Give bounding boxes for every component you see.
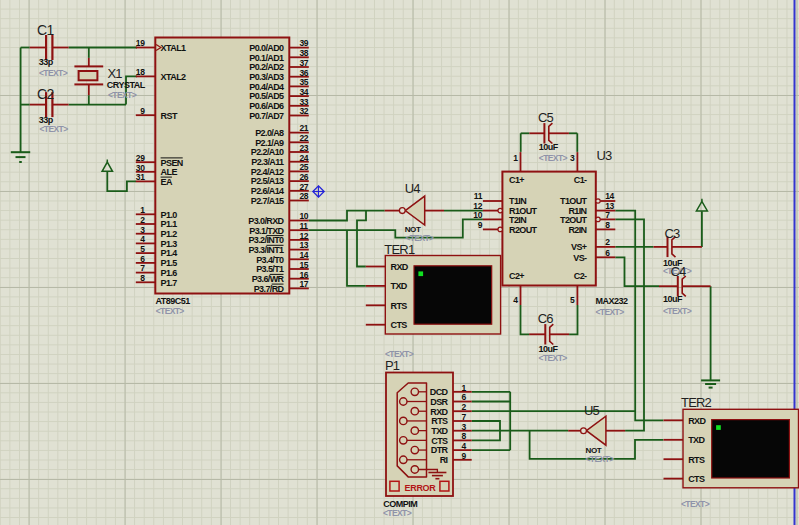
ground-symbol[interactable]: [701, 380, 720, 387]
max232-pin-number-9: 9: [478, 220, 483, 230]
mcu-pin-number-28: 28: [300, 191, 309, 201]
mcu-pin-label-XTAL2: XTAL2: [161, 72, 186, 82]
capacitor-c1[interactable]: C133p<TEXT>: [37, 22, 68, 78]
max232-pin-label-T1IN: T1IN: [509, 196, 526, 206]
max232-pin-number-7: 7: [605, 210, 610, 220]
compim-pin-label-RXD: RXD: [430, 407, 448, 417]
mcu-pin-label-P0.5/AD5: P0.5/AD5: [249, 91, 284, 101]
max232-pin-label-T2OUT: T2OUT: [560, 215, 588, 225]
power-symbol[interactable]: [102, 160, 112, 172]
max232-pin-number-4: 4: [513, 295, 518, 305]
capacitor-text-placeholder: <TEXT>: [40, 124, 69, 134]
not-gate-triangle[interactable]: [405, 196, 425, 225]
terminal-pin-label-TXD: TXD: [688, 435, 705, 445]
wire-11[interactable]: [309, 219, 483, 237]
mcu-pin-number-31: 31: [136, 172, 145, 182]
terminal-pin-label-RXD: RXD: [688, 416, 706, 426]
inverter-u5[interactable]: U5NOT<TEXT>: [581, 403, 615, 464]
schematic-drawing: 19XTAL118XTAL29RST29PSEN30ALE31EA1P1.02P…: [0, 0, 799, 525]
mcu-pin-number-25: 25: [300, 162, 309, 172]
not-gate-triangle[interactable]: [586, 416, 606, 445]
compim-p1[interactable]: 1DCD6DSR2RXD7RTS3TXD8CTS4DTR9RIERRORP1CO…: [383, 358, 472, 518]
max232-pin-number-2: 2: [605, 237, 610, 247]
capacitor-value: 10uF: [539, 142, 559, 152]
capacitor-ref: C3: [665, 226, 681, 241]
compim-pin-number-2: 2: [462, 402, 467, 412]
capacitor-c6[interactable]: C610uF<TEXT>: [538, 311, 568, 364]
wire-8[interactable]: [107, 171, 136, 191]
terminal-ter2[interactable]: RXDTXDRTSCTSTER2<TEXT>: [664, 395, 799, 509]
inverter-text-placeholder: <TEXT>: [586, 454, 615, 464]
mcu-pin-label-P2.0/A8: P2.0/A8: [255, 128, 284, 138]
mcu-pin-label-P2.7/A15: P2.7/A15: [251, 196, 284, 206]
terminal-screen: [414, 266, 492, 324]
capacitor-c5[interactable]: C510uF<TEXT>: [538, 110, 567, 163]
max232-pin-label-VS-: VS-: [573, 253, 587, 263]
mcu-pin-label-P2.4/A12: P2.4/A12: [251, 167, 284, 177]
mcu-pin-number-33: 33: [300, 97, 309, 107]
inversion-bubble: [498, 208, 502, 212]
ground-symbol[interactable]: [11, 152, 30, 162]
inversion-bubble: [498, 227, 502, 231]
wire-9[interactable]: [309, 211, 385, 221]
schematic-canvas[interactable]: 19XTAL118XTAL29RST29PSEN30ALE31EA1P1.02P…: [0, 0, 799, 525]
mcu-pin-number-11: 11: [300, 221, 309, 231]
mcu-pin-number-3: 3: [140, 225, 145, 235]
compim-text-placeholder: <TEXT>: [383, 508, 412, 518]
capacitor-ref: C2: [37, 86, 55, 102]
mcu-pin-number-18: 18: [136, 67, 145, 77]
mcu-pin-number-24: 24: [300, 153, 309, 163]
capacitor-text-placeholder: <TEXT>: [663, 306, 692, 316]
inverter-ref: U4: [405, 181, 421, 196]
compim-pin-label-DSR: DSR: [430, 397, 448, 407]
mcu-pin-label-P0.0/AD0: P0.0/AD0: [249, 43, 284, 53]
compim-pin-label-TXD: TXD: [431, 426, 448, 436]
mcu-pin-number-16: 16: [300, 270, 309, 280]
mcu-pin-label-P2.6/A14: P2.6/A14: [251, 186, 284, 196]
wire-18[interactable]: [521, 305, 530, 334]
mcu-pin-label-P3.6/WR: P3.6/WR: [252, 274, 285, 284]
mcu-pin-number-9: 9: [140, 106, 145, 116]
wire-10[interactable]: [357, 211, 366, 267]
wire-22[interactable]: [615, 219, 644, 430]
max232-value: MAX232: [596, 296, 629, 306]
mcu-pin-number-36: 36: [300, 68, 309, 78]
mcu-pin-label-P0.2/AD2: P0.2/AD2: [249, 62, 284, 72]
mcu-pin-number-1: 1: [140, 205, 145, 215]
max232-pin-number-10: 10: [473, 210, 482, 220]
capacitor-c2[interactable]: C233p<TEXT>: [37, 86, 68, 134]
origin-cursor-marker: [313, 186, 324, 197]
mcu-pin-label-P1.5: P1.5: [161, 258, 178, 268]
db9-pin-circle: [411, 408, 418, 415]
mcu-text-placeholder: <TEXT>: [156, 306, 185, 316]
mcu-pin-number-13: 13: [300, 240, 309, 250]
crystal-body[interactable]: [79, 71, 98, 80]
mcu-pin-number-4: 4: [140, 234, 145, 244]
mcu-pin-label-P2.1/A9: P2.1/A9: [255, 138, 284, 148]
mcu-pin-number-29: 29: [136, 153, 145, 163]
mcu-pin-label-P1.1: P1.1: [161, 219, 178, 229]
mcu-pin-number-6: 6: [140, 254, 145, 264]
mcu-pin-number-12: 12: [300, 231, 309, 241]
capacitor-ref: C4: [671, 264, 687, 279]
mcu-at89c51[interactable]: 19XTAL118XTAL29RST29PSEN30ALE31EA1P1.02P…: [136, 38, 309, 316]
power-symbol[interactable]: [696, 199, 707, 211]
capacitor-value: 10uF: [539, 344, 559, 354]
mcu-pin-number-35: 35: [300, 77, 309, 87]
mcu-pin-number-5: 5: [140, 244, 145, 254]
mcu-pin-label-P2.3/A11: P2.3/A11: [251, 157, 284, 167]
terminal-text-placeholder: <TEXT>: [681, 499, 710, 509]
wire-25[interactable]: [615, 257, 659, 286]
max232-pin-number-6: 6: [605, 248, 610, 258]
terminal-ter1[interactable]: RXDTXDRTSCTSTER1<TEXT>: [366, 242, 501, 359]
max232-corner-label-C1+: C1+: [509, 175, 524, 185]
max232-pin-label-VS+: VS+: [571, 242, 587, 252]
inverter-u4[interactable]: U4NOT<TEXT>: [399, 181, 434, 243]
capacitor-ref: C1: [37, 22, 55, 38]
mcu-pin-number-8: 8: [140, 273, 145, 283]
mcu-pin-number-21: 21: [300, 123, 309, 133]
terminal-pin-label-CTS: CTS: [391, 320, 408, 330]
max232-pin-number-8: 8: [605, 220, 610, 230]
mcu-pin-label-P3.7/RD: P3.7/RD: [254, 284, 285, 294]
wire-19[interactable]: [569, 305, 577, 334]
